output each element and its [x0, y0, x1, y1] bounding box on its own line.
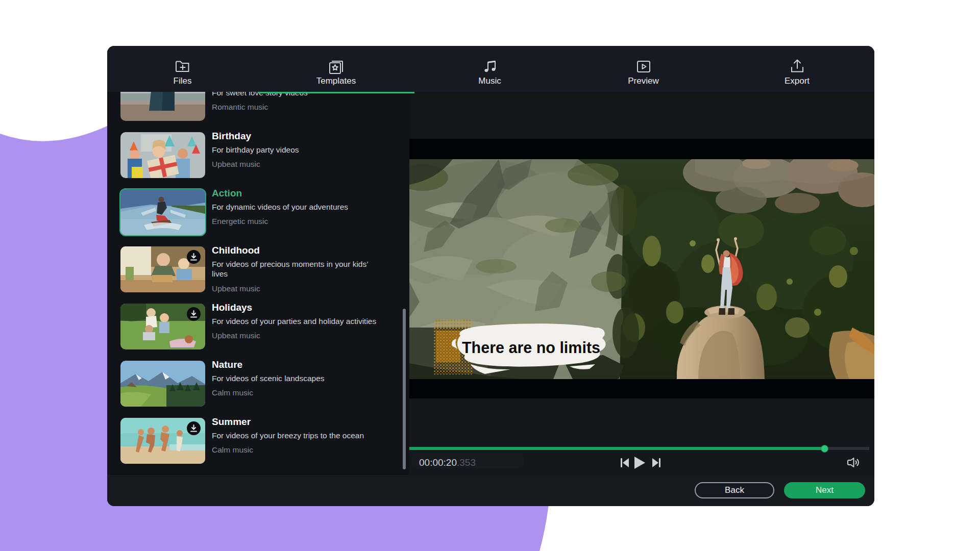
svg-text:There are no limits: There are no limits: [462, 339, 600, 356]
